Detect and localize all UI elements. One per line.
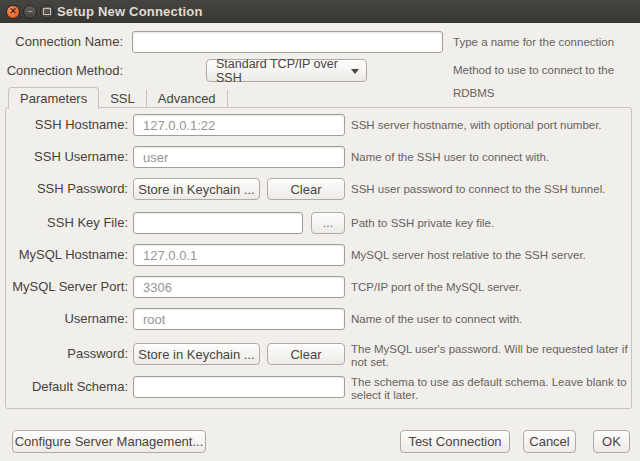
password-hint: The MySQL user's password. Will be reque… (351, 343, 633, 369)
tab-ssl[interactable]: SSL (99, 90, 147, 107)
mysql-port-input[interactable] (133, 276, 345, 298)
cancel-button[interactable]: Cancel (523, 430, 576, 453)
chevron-down-icon (351, 69, 359, 74)
clear-password-button[interactable]: Clear (267, 343, 345, 365)
ssh-key-file-hint: Path to SSH private key file. (351, 212, 633, 234)
username-hint: Name of the user to connect with. (351, 308, 633, 330)
ssh-key-file-input[interactable] (133, 212, 303, 234)
configure-server-management-button[interactable]: Configure Server Management... (12, 430, 206, 453)
window-title: Setup New Connection (57, 4, 203, 19)
mysql-port-row: MySQL Server Port: TCP/IP port of the My… (6, 276, 631, 298)
connection-name-label: Connection Name: (0, 31, 123, 53)
maximize-button[interactable] (40, 5, 54, 19)
ssh-hostname-label: SSH Hostname: (6, 114, 128, 136)
default-schema-hint: The schema to use as default schema. Lea… (351, 376, 633, 402)
default-schema-label: Default Schema: (6, 376, 128, 398)
ssh-username-hint: Name of the SSH user to connect with. (351, 146, 633, 168)
connection-name-input[interactable] (132, 31, 443, 53)
store-in-keychain-button[interactable]: Store in Keychain ... (133, 343, 260, 365)
default-schema-row: Default Schema: The schema to use as def… (6, 376, 631, 398)
minimize-icon: – (27, 7, 32, 16)
connection-method-label: Connection Method: (0, 59, 123, 82)
close-button[interactable]: ✕ (6, 5, 20, 19)
default-schema-input[interactable] (133, 376, 345, 398)
connection-method-dropdown[interactable]: Standard TCP/IP over SSH (206, 59, 367, 82)
username-row: Username: Name of the user to connect wi… (6, 308, 631, 330)
ssh-password-row: SSH Password: Store in Keychain ... Clea… (6, 178, 631, 200)
connection-name-hint: Type a name for the connection (453, 31, 614, 53)
connection-method-hint: Method to use to connect to the RDBMS (453, 59, 640, 82)
mysql-port-hint: TCP/IP port of the MySQL server. (351, 276, 633, 298)
tab-parameters[interactable]: Parameters (8, 87, 99, 109)
ssh-key-file-label: SSH Key File: (6, 212, 128, 234)
password-row: Password: Store in Keychain ... Clear Th… (6, 343, 631, 365)
ssh-hostname-input[interactable] (133, 114, 345, 136)
ssh-username-row: SSH Username: Name of the SSH user to co… (6, 146, 631, 168)
mysql-hostname-row: MySQL Hostname: MySQL server host relati… (6, 244, 631, 266)
test-connection-button[interactable]: Test Connection (400, 430, 510, 453)
mysql-hostname-label: MySQL Hostname: (6, 244, 128, 266)
ssh-username-label: SSH Username: (6, 146, 128, 168)
ssh-key-file-browse-button[interactable]: ... (311, 212, 345, 234)
username-input[interactable] (133, 308, 345, 330)
ssh-key-file-row: SSH Key File: ... Path to SSH private ke… (6, 212, 631, 234)
ok-button[interactable]: OK (593, 430, 630, 453)
maximize-icon (43, 8, 51, 15)
ssh-hostname-hint: SSH server hostname, with optional port … (351, 114, 633, 136)
tab-advanced[interactable]: Advanced (147, 90, 228, 107)
ssh-password-label: SSH Password: (6, 178, 128, 200)
mysql-port-label: MySQL Server Port: (6, 276, 128, 298)
username-label: Username: (6, 308, 128, 330)
ssh-store-in-keychain-button[interactable]: Store in Keychain ... (133, 178, 260, 200)
connection-method-value: Standard TCP/IP over SSH (216, 57, 366, 85)
mysql-hostname-input[interactable] (133, 244, 345, 266)
ssh-clear-password-button[interactable]: Clear (267, 178, 345, 200)
close-icon: ✕ (9, 7, 17, 16)
setup-new-connection-dialog: ✕ – Setup New Connection Connection Name… (0, 0, 640, 461)
ssh-username-input[interactable] (133, 146, 345, 168)
ssh-hostname-row: SSH Hostname: SSH server hostname, with … (6, 114, 631, 136)
tab-bar: Parameters SSL Advanced (8, 87, 228, 109)
mysql-hostname-hint: MySQL server host relative to the SSH se… (351, 244, 633, 266)
parameters-panel: SSH Hostname: SSH server hostname, with … (5, 107, 632, 409)
password-label: Password: (6, 343, 128, 365)
titlebar: ✕ – Setup New Connection (0, 0, 640, 23)
minimize-button[interactable]: – (23, 5, 37, 19)
ssh-password-hint: SSH user password to connect to the SSH … (351, 178, 633, 200)
